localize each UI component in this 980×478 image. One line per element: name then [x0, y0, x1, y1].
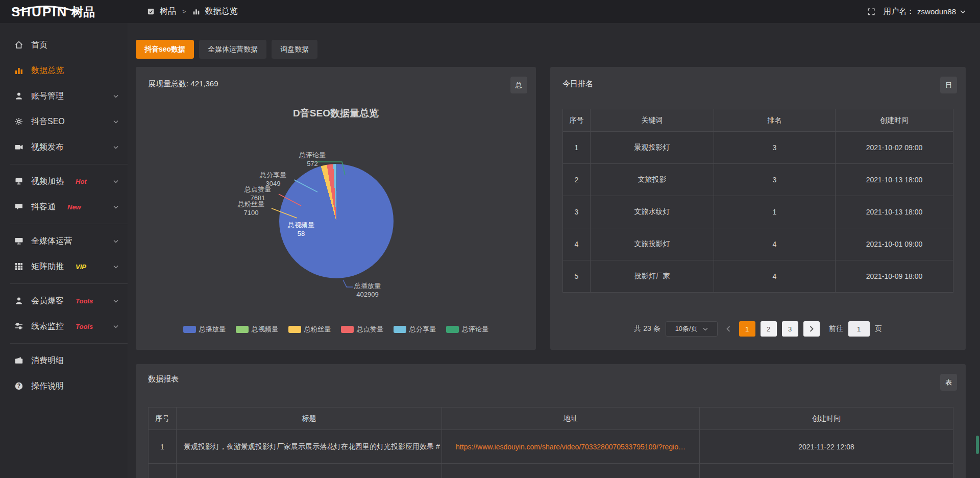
legend-item-videos[interactable]: 总视频量	[236, 325, 278, 334]
sidebar-item-instructions[interactable]: ? 操作说明	[0, 373, 128, 399]
col-url: 地址	[442, 408, 700, 430]
bar-chart-icon	[192, 8, 200, 15]
legend-swatch	[236, 326, 249, 333]
breadcrumb-current[interactable]: 数据总览	[205, 6, 238, 17]
main-content: 抖音seo数据 全媒体运营数据 询盘数据 展现量总数: 421,369 总 D音…	[128, 23, 980, 478]
video-camera-icon	[14, 142, 23, 152]
page-button-2[interactable]: 2	[761, 321, 777, 337]
legend-swatch	[394, 326, 406, 333]
chevron-down-icon	[703, 327, 708, 331]
sidebar-item-data-overview[interactable]: 数据总览	[0, 58, 128, 83]
legend-swatch	[183, 326, 196, 333]
col-created: 创建时间	[836, 109, 953, 132]
table-row: 2文旅投影32021-10-13 18:00	[563, 164, 953, 196]
table-header-row: 序号 关键词 排名 创建时间	[563, 109, 953, 132]
video-title-cell: 景观投影灯，夜游景观投影灯厂家展示展示落花灯在花园里的灯光投影应用效果 #	[177, 430, 442, 464]
hot-tag: Hot	[76, 178, 87, 185]
sidebar-item-expense-detail[interactable]: 消费明细	[0, 348, 128, 373]
sidebar-item-label: 账号管理	[31, 91, 64, 102]
pagination-total: 共 23 条	[634, 324, 660, 333]
breadcrumb-root[interactable]: 树品	[160, 6, 176, 17]
scrollbar-thumb[interactable]	[976, 436, 979, 454]
col-rank: 排名	[714, 109, 836, 132]
grid-icon	[14, 262, 23, 271]
tab-media-ops-data[interactable]: 全媒体运营数据	[199, 40, 266, 59]
chat-bubble-icon	[14, 202, 23, 211]
table-row: 5投影灯厂家42021-10-09 18:00	[563, 260, 953, 293]
ranking-table: 序号 关键词 排名 创建时间 1景观投影灯32021-10-02 09:00 2…	[562, 109, 953, 293]
pie-label-fans: 总粉丝量7100	[228, 200, 274, 217]
ranking-title: 今日排名	[562, 79, 593, 89]
report-table: 序号 标题 地址 创建时间 1 景观投影灯，夜游景观投影灯厂家展示展示落花灯在花…	[148, 407, 953, 478]
table-row: 4文旅投影灯42021-10-01 09:00	[563, 228, 953, 260]
legend-swatch	[446, 326, 459, 333]
sidebar-divider	[10, 224, 128, 224]
question-icon: ?	[14, 381, 23, 391]
scrollbar[interactable]	[975, 23, 979, 478]
chevron-down-icon	[113, 265, 118, 269]
prev-page-button[interactable]	[723, 326, 734, 332]
table-header-row: 序号 标题 地址 创建时间	[149, 408, 953, 430]
fullscreen-icon[interactable]	[867, 8, 875, 16]
chart-title: D音SEO数据量总览	[136, 107, 536, 120]
sidebar-item-label: 会员爆客	[31, 296, 64, 306]
col-index: 序号	[563, 109, 591, 132]
chevron-down-icon	[113, 240, 118, 243]
sidebar-item-lead-monitor[interactable]: 线索监控 Tools	[0, 314, 128, 339]
page-button-3[interactable]: 3	[782, 321, 798, 337]
chevron-down-icon	[113, 146, 118, 149]
sidebar-item-label: 全媒体运营	[31, 236, 72, 247]
tab-inquiry-data[interactable]: 询盘数据	[272, 40, 317, 59]
sidebar-item-home[interactable]: 首页	[0, 32, 128, 58]
pie-label-comments: 总评论量572	[289, 151, 335, 168]
sidebar-item-douketong[interactable]: 抖客通 New	[0, 194, 128, 220]
chevron-down-icon	[113, 120, 118, 124]
sidebar-item-account[interactable]: 账号管理	[0, 83, 128, 109]
sidebar-item-label: 矩阵助推	[31, 261, 64, 272]
legend-item-comments[interactable]: 总评论量	[446, 325, 488, 334]
next-page-button[interactable]	[803, 321, 820, 337]
username: zswodun88	[917, 7, 956, 16]
page-button-1[interactable]: 1	[739, 321, 755, 337]
chart-legend: 总播放量 总视频量 总粉丝量 总点赞量 总分享量 总评论量	[136, 325, 536, 334]
sidebar-item-matrix-boost[interactable]: 矩阵助推 VIP	[0, 254, 128, 279]
pie-label-videos: 总视频量58	[278, 221, 324, 238]
legend-item-plays[interactable]: 总播放量	[183, 325, 226, 334]
app-root: SHUPIN 树品 树品 > 数据总览 用户名：zswodun88	[0, 0, 980, 478]
table-row: 1景观投影灯32021-10-02 09:00	[563, 132, 953, 164]
vip-tag: VIP	[76, 263, 86, 271]
sidebar-item-label: 线索监控	[31, 321, 64, 332]
tab-douyin-seo[interactable]: 抖音seo数据	[136, 40, 194, 59]
legend-item-shares[interactable]: 总分享量	[394, 325, 436, 334]
video-url-link[interactable]: https://www.iesdouyin.com/share/video/70…	[456, 443, 685, 451]
sidebar-item-video-publish[interactable]: 视频发布	[0, 134, 128, 160]
total-badge[interactable]: 总	[510, 77, 527, 93]
ranking-panel: 今日排名 日 序号 关键词 排名 创建时间 1景观投影灯32021-10-02 …	[550, 67, 966, 350]
legend-item-fans[interactable]: 总粉丝量	[288, 325, 331, 334]
username-label: 用户名：	[884, 7, 914, 16]
table-badge[interactable]: 表	[940, 374, 957, 391]
user-menu[interactable]: 用户名：zswodun88	[884, 7, 966, 16]
home-icon	[14, 40, 23, 50]
table-row: 1 景观投影灯，夜游景观投影灯厂家展示展示落花灯在花园里的灯光投影应用效果 # …	[149, 430, 953, 464]
topbar: SHUPIN 树品 树品 > 数据总览 用户名：zswodun88	[0, 0, 980, 23]
sidebar-item-member-burst[interactable]: 会员爆客 Tools	[0, 288, 128, 314]
sidebar-item-douyin-seo[interactable]: 抖音SEO	[0, 109, 128, 134]
table-row: 3文旅水纹灯12021-10-13 18:00	[563, 196, 953, 228]
tools-tag: Tools	[76, 297, 93, 305]
sidebar-item-label: 抖客通	[31, 202, 56, 212]
goto-page-input[interactable]	[848, 321, 870, 337]
pie-label-plays: 总播放量402909	[345, 281, 390, 299]
logo-arc	[12, 6, 80, 12]
bar-chart-icon	[14, 66, 23, 75]
sidebar-item-video-heat[interactable]: 视频加热 Hot	[0, 169, 128, 194]
sidebar-item-media-ops[interactable]: 全媒体运营	[0, 228, 128, 254]
report-title: 数据报表	[148, 374, 179, 384]
sidebar-divider	[10, 164, 128, 164]
legend-item-likes[interactable]: 总点赞量	[341, 325, 383, 334]
sidebar-item-label: 视频发布	[31, 142, 64, 153]
page-size-select[interactable]: 10条/页	[666, 321, 718, 337]
legend-swatch	[288, 326, 301, 333]
col-keyword: 关键词	[591, 109, 714, 132]
day-badge[interactable]: 日	[940, 77, 957, 93]
